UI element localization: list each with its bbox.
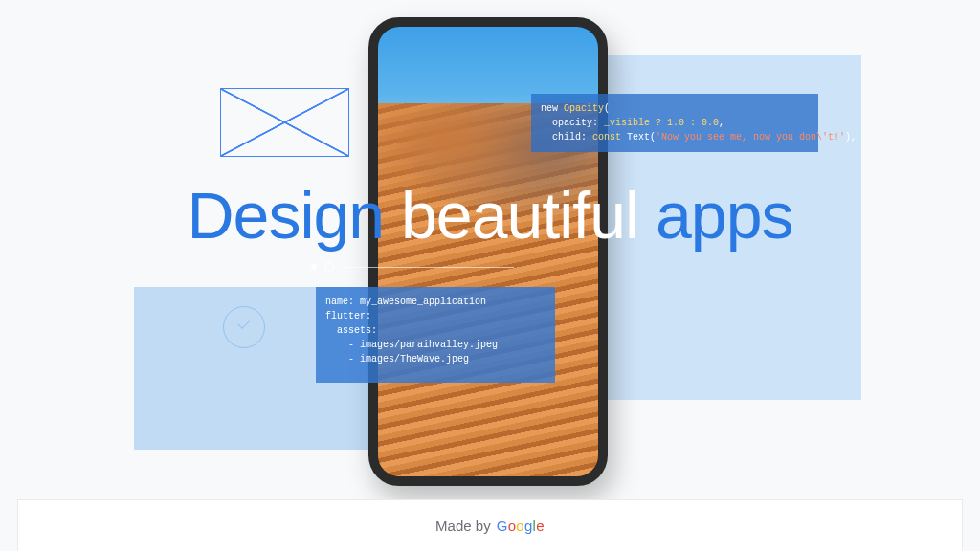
footer-prefix: Made by bbox=[435, 518, 491, 534]
check-circle-icon bbox=[223, 306, 265, 348]
footer-card: Made by Google bbox=[17, 499, 963, 551]
phone-mockup bbox=[368, 17, 608, 486]
decor-wireframe-rect bbox=[220, 88, 349, 157]
carousel-indicator bbox=[311, 262, 514, 272]
indicator-line bbox=[342, 267, 514, 268]
indicator-dot-active[interactable] bbox=[311, 264, 317, 270]
indicator-dot[interactable] bbox=[324, 262, 334, 272]
code-snippet-bottom: name: my_awesome_application flutter: as… bbox=[316, 287, 555, 383]
hero-section: new Opacity( opacity: _visible ? 1.0 : 0… bbox=[0, 0, 980, 488]
google-logo: Google bbox=[497, 518, 545, 534]
code-snippet-top: new Opacity( opacity: _visible ? 1.0 : 0… bbox=[531, 94, 818, 152]
